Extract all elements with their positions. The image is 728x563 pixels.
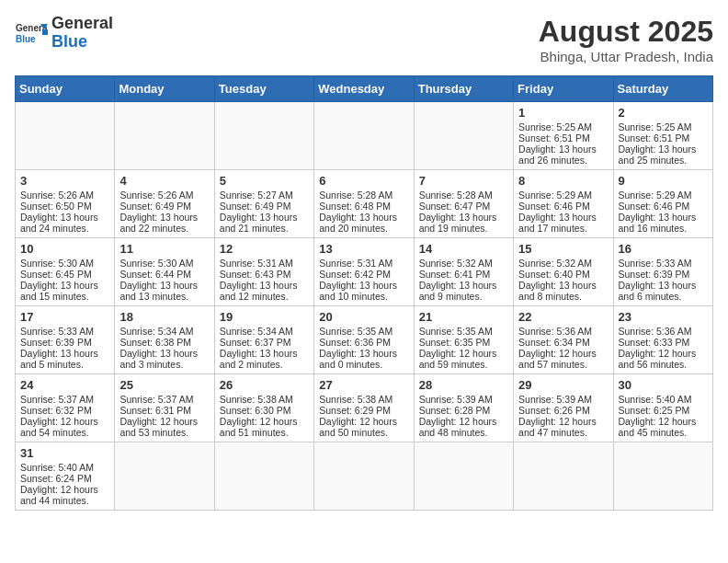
weekday-header-monday: Monday [115, 76, 214, 102]
day-number: 13 [319, 242, 408, 256]
day-number: 10 [20, 242, 109, 256]
day-info: Sunrise: 5:32 AM Sunset: 6:41 PM Dayligh… [419, 258, 508, 302]
day-info: Sunrise: 5:37 AM Sunset: 6:31 PM Dayligh… [119, 394, 209, 438]
day-info: Sunrise: 5:29 AM Sunset: 6:46 PM Dayligh… [518, 190, 608, 234]
calendar-week-0: 1Sunrise: 5:25 AM Sunset: 6:51 PM Daylig… [16, 102, 713, 170]
day-number: 28 [419, 378, 508, 392]
day-info: Sunrise: 5:33 AM Sunset: 6:39 PM Dayligh… [619, 258, 708, 302]
calendar-cell [314, 102, 414, 170]
day-info: Sunrise: 5:39 AM Sunset: 6:28 PM Dayligh… [419, 394, 508, 438]
calendar-cell: 19Sunrise: 5:34 AM Sunset: 6:37 PM Dayli… [214, 306, 313, 374]
day-number: 22 [518, 310, 608, 324]
calendar-week-5: 31Sunrise: 5:40 AM Sunset: 6:24 PM Dayli… [16, 442, 713, 511]
calendar-cell [214, 102, 313, 170]
day-number: 19 [220, 310, 309, 324]
day-info: Sunrise: 5:27 AM Sunset: 6:49 PM Dayligh… [220, 190, 309, 234]
day-info: Sunrise: 5:30 AM Sunset: 6:45 PM Dayligh… [20, 258, 109, 302]
calendar-cell: 31Sunrise: 5:40 AM Sunset: 6:24 PM Dayli… [16, 442, 115, 511]
calendar-cell [414, 442, 513, 511]
day-info: Sunrise: 5:28 AM Sunset: 6:48 PM Dayligh… [319, 190, 408, 234]
calendar-cell: 18Sunrise: 5:34 AM Sunset: 6:38 PM Dayli… [115, 306, 214, 374]
day-number: 5 [220, 174, 309, 188]
calendar-cell [314, 442, 414, 511]
weekday-header-wednesday: Wednesday [314, 76, 414, 102]
calendar: SundayMondayTuesdayWednesdayThursdayFrid… [15, 75, 713, 511]
calendar-cell [115, 442, 214, 511]
day-info: Sunrise: 5:36 AM Sunset: 6:33 PM Dayligh… [619, 326, 708, 370]
calendar-cell: 26Sunrise: 5:38 AM Sunset: 6:30 PM Dayli… [214, 374, 313, 442]
day-info: Sunrise: 5:37 AM Sunset: 6:32 PM Dayligh… [20, 394, 109, 438]
day-info: Sunrise: 5:31 AM Sunset: 6:43 PM Dayligh… [220, 258, 309, 302]
calendar-cell: 5Sunrise: 5:27 AM Sunset: 6:49 PM Daylig… [214, 170, 313, 238]
calendar-week-1: 3Sunrise: 5:26 AM Sunset: 6:50 PM Daylig… [16, 170, 713, 238]
calendar-cell: 25Sunrise: 5:37 AM Sunset: 6:31 PM Dayli… [115, 374, 214, 442]
day-info: Sunrise: 5:30 AM Sunset: 6:44 PM Dayligh… [119, 258, 209, 302]
weekday-header-thursday: Thursday [414, 76, 513, 102]
title-area: August 2025 Bhinga, Uttar Pradesh, India [539, 15, 713, 64]
calendar-cell: 9Sunrise: 5:29 AM Sunset: 6:46 PM Daylig… [613, 170, 712, 238]
calendar-cell: 28Sunrise: 5:39 AM Sunset: 6:28 PM Dayli… [414, 374, 513, 442]
weekday-header-sunday: Sunday [16, 76, 115, 102]
day-number: 29 [518, 378, 608, 392]
calendar-cell: 21Sunrise: 5:35 AM Sunset: 6:35 PM Dayli… [414, 306, 513, 374]
calendar-cell: 20Sunrise: 5:35 AM Sunset: 6:36 PM Dayli… [314, 306, 414, 374]
calendar-cell [214, 442, 313, 511]
day-number: 9 [619, 174, 708, 188]
day-number: 15 [518, 242, 608, 256]
day-number: 4 [119, 174, 209, 188]
calendar-cell: 29Sunrise: 5:39 AM Sunset: 6:26 PM Dayli… [514, 374, 613, 442]
day-number: 23 [619, 310, 708, 324]
day-number: 25 [119, 378, 209, 392]
day-number: 12 [220, 242, 309, 256]
day-info: Sunrise: 5:32 AM Sunset: 6:40 PM Dayligh… [518, 258, 608, 302]
day-number: 24 [20, 378, 109, 392]
day-info: Sunrise: 5:36 AM Sunset: 6:34 PM Dayligh… [518, 326, 608, 370]
day-number: 11 [119, 242, 209, 256]
day-info: Sunrise: 5:28 AM Sunset: 6:47 PM Dayligh… [419, 190, 508, 234]
day-info: Sunrise: 5:31 AM Sunset: 6:42 PM Dayligh… [319, 258, 408, 302]
calendar-cell [613, 442, 712, 511]
calendar-week-4: 24Sunrise: 5:37 AM Sunset: 6:32 PM Dayli… [16, 374, 713, 442]
weekday-header-friday: Friday [514, 76, 613, 102]
day-info: Sunrise: 5:29 AM Sunset: 6:46 PM Dayligh… [619, 190, 708, 234]
svg-text:Blue: Blue [16, 34, 36, 44]
day-number: 6 [319, 174, 408, 188]
day-info: Sunrise: 5:26 AM Sunset: 6:49 PM Dayligh… [119, 190, 209, 234]
day-number: 1 [518, 106, 608, 120]
day-number: 21 [419, 310, 508, 324]
calendar-cell: 1Sunrise: 5:25 AM Sunset: 6:51 PM Daylig… [514, 102, 613, 170]
calendar-cell: 24Sunrise: 5:37 AM Sunset: 6:32 PM Dayli… [16, 374, 115, 442]
calendar-cell: 15Sunrise: 5:32 AM Sunset: 6:40 PM Dayli… [514, 238, 613, 306]
day-number: 27 [319, 378, 408, 392]
day-number: 31 [20, 446, 109, 460]
day-info: Sunrise: 5:40 AM Sunset: 6:24 PM Dayligh… [20, 462, 109, 506]
calendar-week-2: 10Sunrise: 5:30 AM Sunset: 6:45 PM Dayli… [16, 238, 713, 306]
day-number: 2 [619, 106, 708, 120]
calendar-cell [514, 442, 613, 511]
calendar-cell: 11Sunrise: 5:30 AM Sunset: 6:44 PM Dayli… [115, 238, 214, 306]
calendar-cell: 2Sunrise: 5:25 AM Sunset: 6:51 PM Daylig… [613, 102, 712, 170]
calendar-cell: 7Sunrise: 5:28 AM Sunset: 6:47 PM Daylig… [414, 170, 513, 238]
day-info: Sunrise: 5:25 AM Sunset: 6:51 PM Dayligh… [518, 121, 608, 166]
calendar-cell: 4Sunrise: 5:26 AM Sunset: 6:49 PM Daylig… [115, 170, 214, 238]
calendar-cell: 13Sunrise: 5:31 AM Sunset: 6:42 PM Dayli… [314, 238, 414, 306]
day-info: Sunrise: 5:40 AM Sunset: 6:25 PM Dayligh… [619, 394, 708, 438]
calendar-cell: 14Sunrise: 5:32 AM Sunset: 6:41 PM Dayli… [414, 238, 513, 306]
day-info: Sunrise: 5:34 AM Sunset: 6:37 PM Dayligh… [220, 326, 309, 370]
calendar-cell: 6Sunrise: 5:28 AM Sunset: 6:48 PM Daylig… [314, 170, 414, 238]
calendar-cell: 10Sunrise: 5:30 AM Sunset: 6:45 PM Dayli… [16, 238, 115, 306]
day-number: 3 [20, 174, 109, 188]
calendar-cell [414, 102, 513, 170]
month-year: August 2025 [539, 15, 713, 49]
calendar-cell [16, 102, 115, 170]
weekday-header-tuesday: Tuesday [214, 76, 313, 102]
calendar-cell: 16Sunrise: 5:33 AM Sunset: 6:39 PM Dayli… [613, 238, 712, 306]
day-number: 16 [619, 242, 708, 256]
day-info: Sunrise: 5:25 AM Sunset: 6:51 PM Dayligh… [619, 121, 708, 166]
weekday-header-saturday: Saturday [613, 76, 712, 102]
calendar-cell: 30Sunrise: 5:40 AM Sunset: 6:25 PM Dayli… [613, 374, 712, 442]
svg-marker-3 [42, 29, 48, 35]
day-info: Sunrise: 5:39 AM Sunset: 6:26 PM Dayligh… [518, 394, 608, 438]
day-info: Sunrise: 5:26 AM Sunset: 6:50 PM Dayligh… [20, 190, 109, 234]
day-number: 30 [619, 378, 708, 392]
